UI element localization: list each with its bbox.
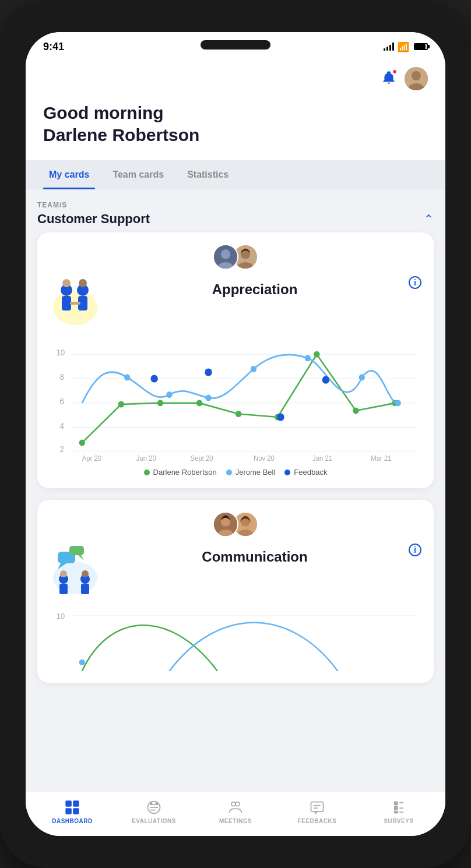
- feedbacks-icon: [309, 799, 325, 816]
- appreciation-info-button[interactable]: i: [408, 276, 422, 293]
- status-time: 9:41: [43, 41, 64, 53]
- svg-point-46: [205, 395, 211, 401]
- main-content: TEAM/S Customer Support ⌃: [26, 189, 445, 792]
- battery-icon: [414, 43, 428, 50]
- communication-title: Communication: [202, 549, 307, 565]
- svg-text:Jun 20: Jun 20: [136, 454, 157, 461]
- svg-point-50: [395, 400, 401, 406]
- legend-dot-navy: [284, 470, 290, 475]
- svg-text:10: 10: [56, 612, 65, 620]
- svg-rect-78: [73, 800, 79, 807]
- notification-dot: [392, 69, 398, 75]
- greeting-section: Good morning Darlene Robertson: [26, 102, 445, 160]
- bottom-nav: DASHBOARD EVALUATIONS: [26, 792, 445, 836]
- svg-point-1: [412, 71, 421, 80]
- notification-bell[interactable]: [381, 70, 396, 87]
- svg-point-38: [196, 400, 202, 406]
- evaluations-label: EVALUATIONS: [132, 818, 176, 824]
- svg-point-4: [221, 249, 230, 259]
- legend-dot-green: [144, 470, 150, 475]
- card-title-area: Appreciation: [101, 276, 408, 298]
- avatar-1: [213, 244, 238, 270]
- svg-rect-11: [62, 296, 71, 310]
- nav-surveys[interactable]: SURVEYS: [358, 799, 440, 824]
- communication-card: Communication i 10: [37, 500, 434, 683]
- svg-point-42: [353, 408, 358, 414]
- legend-jerome: Jerome Bell: [226, 468, 276, 477]
- svg-point-35: [79, 440, 85, 446]
- svg-text:Mar 21: Mar 21: [371, 454, 391, 461]
- nav-meetings[interactable]: MEETINGS: [195, 799, 276, 824]
- collapse-button[interactable]: ⌃: [424, 212, 434, 226]
- nav-feedbacks[interactable]: FEEDBACKS: [276, 799, 358, 824]
- svg-text:8: 8: [60, 372, 65, 382]
- svg-point-54: [322, 376, 329, 384]
- svg-rect-89: [311, 802, 324, 811]
- appreciation-illustration: [49, 276, 101, 328]
- nav-evaluations[interactable]: EVALUATIONS: [113, 799, 195, 824]
- appreciation-title: Appreciation: [212, 281, 298, 298]
- phone-screen: 9:41 📶: [26, 32, 445, 836]
- greeting-text: Good morning Darlene Robertson: [43, 102, 428, 146]
- svg-point-68: [60, 570, 67, 577]
- svg-text:i: i: [414, 278, 416, 287]
- avatar[interactable]: [405, 67, 428, 90]
- communication-chart: 10: [49, 601, 422, 671]
- comm-avatar-female-dark: [214, 511, 237, 537]
- svg-point-51: [150, 375, 157, 382]
- svg-rect-70: [81, 584, 89, 594]
- dashboard-label: DASHBOARD: [52, 818, 93, 824]
- phone-shell: 9:41 📶: [0, 0, 471, 868]
- svg-point-71: [82, 570, 89, 577]
- dashboard-icon: [64, 799, 80, 816]
- nav-dashboard[interactable]: DASHBOARD: [31, 799, 113, 824]
- svg-point-37: [157, 400, 163, 406]
- appreciation-card: Appreciation i 2 4 6: [37, 232, 434, 488]
- svg-point-49: [359, 374, 365, 380]
- svg-rect-64: [69, 546, 84, 555]
- svg-rect-77: [65, 800, 72, 807]
- svg-point-45: [166, 391, 172, 398]
- legend-darlene: Darlene Robertson: [144, 468, 217, 477]
- appreciation-chart: 2 4 6 8 10 Apr 20 Jun 20: [49, 334, 422, 462]
- svg-text:2: 2: [60, 444, 65, 454]
- svg-text:10: 10: [56, 348, 65, 358]
- surveys-label: SURVEYS: [384, 818, 413, 824]
- comm-card-title-area: Communication: [101, 543, 408, 565]
- svg-point-52: [205, 368, 212, 376]
- svg-point-53: [277, 413, 284, 421]
- svg-point-39: [235, 411, 241, 417]
- communication-info-button[interactable]: i: [408, 543, 422, 560]
- team-section: TEAM/S Customer Support ⌃: [37, 189, 434, 232]
- svg-rect-67: [59, 584, 68, 594]
- svg-rect-94: [394, 806, 398, 810]
- tab-statistics[interactable]: Statistics: [175, 160, 240, 189]
- team-name: Customer Support: [37, 211, 150, 227]
- svg-point-9: [53, 290, 97, 325]
- svg-rect-16: [70, 302, 80, 305]
- surveys-icon: [391, 799, 407, 816]
- svg-rect-92: [394, 802, 398, 806]
- svg-rect-80: [73, 808, 79, 814]
- legend-dot-blue: [226, 470, 232, 475]
- legend-feedback: Feedback: [284, 468, 327, 477]
- evaluations-icon: [146, 799, 162, 816]
- team-label: TEAM/S: [37, 201, 434, 209]
- communication-illustration: [49, 543, 101, 595]
- comm-card-avatars: [49, 511, 422, 537]
- avatar-image: [405, 67, 428, 90]
- svg-point-48: [305, 355, 311, 361]
- appreciation-legend: Darlene Robertson Jerome Bell Feedback: [49, 468, 422, 477]
- svg-rect-79: [65, 808, 72, 814]
- svg-marker-65: [78, 555, 84, 560]
- svg-text:Sept 20: Sept 20: [191, 454, 214, 461]
- svg-text:Apr 20: Apr 20: [82, 454, 102, 461]
- svg-point-88: [235, 802, 240, 806]
- tab-team-cards[interactable]: Team cards: [101, 160, 175, 189]
- svg-text:4: 4: [60, 421, 65, 431]
- svg-point-36: [118, 401, 124, 408]
- svg-text:i: i: [414, 545, 416, 555]
- card-avatars: [49, 244, 422, 270]
- svg-point-44: [124, 374, 130, 380]
- tab-my-cards[interactable]: My cards: [37, 160, 101, 189]
